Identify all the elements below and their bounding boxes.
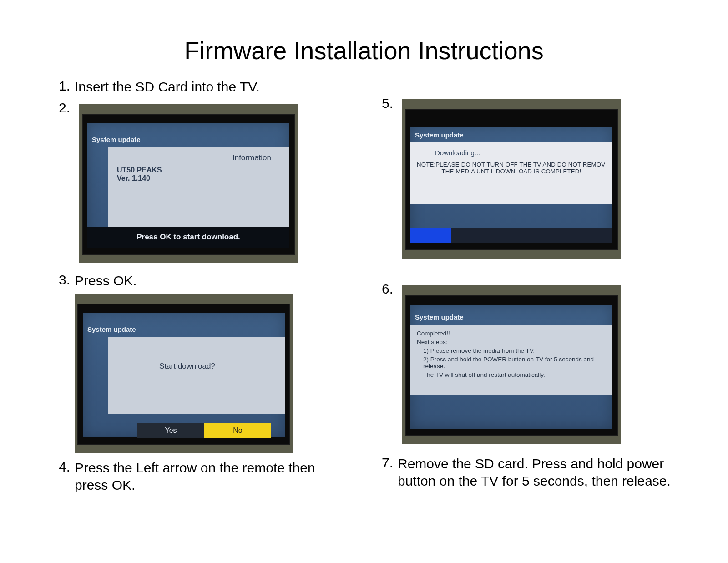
tv-screenshot-confirm: System update Start download? Yes No <box>75 294 293 453</box>
step-3-text: Press OK. <box>75 272 350 289</box>
step-5-number: 5. <box>378 96 393 111</box>
completed-line-2: Next steps: <box>417 339 606 345</box>
step-2-number: 2. <box>55 100 70 116</box>
info-version: Ver. 1.140 <box>117 174 150 182</box>
step-7: 7. Remove the SD card. Press and hold po… <box>378 455 673 489</box>
left-column: 1. Insert the SD Card into the TV. 2. Sy… <box>55 76 350 498</box>
step-1-number: 1. <box>55 78 70 94</box>
step-6-number: 6. <box>378 281 393 297</box>
completed-line-4: 2) Press and hold the POWER button on TV… <box>423 356 606 370</box>
info-label: Information <box>233 153 271 162</box>
downloading-note-2: THE MEDIA UNTIL DOWNLOAD IS COMPLETED! <box>417 168 606 175</box>
tv-screenshot-downloading: System update Downloading... NOTE:PLEASE… <box>402 99 621 259</box>
step-1: 1. Insert the SD Card into the TV. <box>55 78 350 96</box>
page-title: Firmware Installation Instructions <box>55 36 673 65</box>
step-3-number: 3. <box>55 272 70 288</box>
step-2: 2. System update Information UT50 PEAKS … <box>55 100 350 269</box>
step-4-number: 4. <box>55 459 70 475</box>
info-model: UT50 PEAKS <box>117 166 162 174</box>
right-column: 5. System update Downloading... NOTE:PLE… <box>378 76 673 498</box>
completed-line-5: The TV will shut off and restart automat… <box>423 371 606 378</box>
completed-line-1: Completed!! <box>417 330 606 337</box>
step-5: 5. System update Downloading... NOTE:PLE… <box>378 96 673 265</box>
step-1-text: Insert the SD Card into the TV. <box>75 78 350 96</box>
confirm-button-row: Yes No <box>137 423 271 438</box>
confirm-prompt: Start download? <box>108 362 267 371</box>
step-4: 4. Press the Left arrow on the remote th… <box>55 459 350 493</box>
info-model-block: UT50 PEAKS Ver. 1.140 <box>117 166 162 183</box>
step-3: 3. Press OK. <box>55 272 350 289</box>
tv-screenshot-completed: System update Completed!! Next steps: 1)… <box>402 285 621 444</box>
yes-button[interactable]: Yes <box>137 423 204 438</box>
step-4-text: Press the Left arrow on the remote then … <box>75 459 350 493</box>
progress-bar-fill <box>410 228 451 243</box>
step-6: 6. System update Completed!! Next steps:… <box>378 281 673 451</box>
completed-line-3: 1) Please remove the media from the TV. <box>423 347 606 354</box>
step-7-text: Remove the SD card. Press and hold power… <box>398 455 673 489</box>
progress-bar <box>410 228 612 243</box>
downloading-header: System update <box>410 127 612 142</box>
info-footer-prompt: Press OK to start download. <box>87 227 289 248</box>
step-7-number: 7. <box>378 455 393 471</box>
downloading-status: Downloading... <box>435 149 606 157</box>
completed-header: System update <box>410 305 612 325</box>
downloading-note-1: NOTE:PLEASE DO NOT TURN OFF THE TV AND D… <box>417 161 606 168</box>
info-header: System update <box>87 123 289 147</box>
confirm-header: System update <box>83 313 285 337</box>
tv-screenshot-info: System update Information UT50 PEAKS Ver… <box>79 104 298 263</box>
no-button[interactable]: No <box>204 423 271 438</box>
